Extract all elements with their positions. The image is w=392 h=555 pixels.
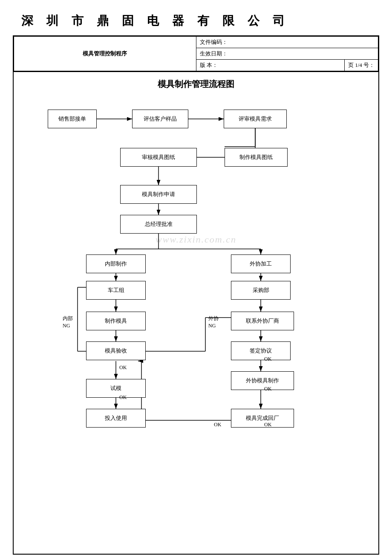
page-label: 页 1/4 号： bbox=[344, 60, 378, 71]
box-review-drawing: 审核模具图纸 bbox=[120, 148, 197, 167]
box-purchase: 采购部 bbox=[231, 281, 291, 300]
box-outsource-make: 外协模具制作 bbox=[231, 371, 294, 390]
label-internal-ng: 内部NG bbox=[63, 315, 73, 330]
box-contact-vendor: 联系外协厂商 bbox=[231, 312, 294, 330]
label-outsource-ng: 外协NG bbox=[208, 315, 219, 330]
box-put-in-use: 投入使用 bbox=[86, 409, 146, 428]
watermark: www.zixin.com.cn bbox=[156, 234, 236, 245]
box-internal-make: 内部制作 bbox=[86, 254, 146, 273]
box-make-mold: 制作模具 bbox=[86, 312, 146, 330]
label-ok-trial: OK bbox=[119, 394, 127, 401]
box-make-drawing: 制作模具图纸 bbox=[225, 148, 288, 167]
file-code-label: 文件编码： bbox=[196, 37, 378, 48]
flow-container: www.zixin.com.cn bbox=[22, 98, 370, 545]
box-return-factory: 模具完成回厂 bbox=[231, 409, 294, 428]
box-lathe: 车工组 bbox=[86, 281, 146, 300]
box-gm-approve: 总经理批准 bbox=[120, 215, 197, 234]
box-apply-make: 模具制作申请 bbox=[120, 185, 197, 204]
company-title: 深 圳 市 鼎 固 电 器 有 限 公 司 bbox=[13, 9, 379, 35]
box-mold-inspection: 模具验收 bbox=[86, 341, 146, 360]
version-label: 版 本： bbox=[196, 60, 344, 71]
box-sign-agreement: 签定协议 bbox=[231, 341, 291, 360]
effective-date-label: 生效日期： bbox=[196, 48, 378, 60]
box-outsource: 外协加工 bbox=[231, 254, 291, 273]
box-trial-mold: 试模 bbox=[86, 379, 146, 398]
box-sales: 销售部接单 bbox=[48, 110, 97, 128]
version-page-row: 版 本： 页 1/4 号： bbox=[196, 60, 378, 71]
flow-title: 模具制作管理流程图 bbox=[22, 78, 370, 90]
label-ok-agreement: OK bbox=[264, 356, 271, 362]
doc-title: 模具管理控制程序 bbox=[14, 37, 196, 71]
label-ok-return: OK bbox=[214, 422, 221, 428]
box-review-req: 评审模具需求 bbox=[224, 110, 287, 128]
box-evaluate: 评估客户样品 bbox=[132, 110, 188, 128]
label-ok-return2: OK bbox=[264, 422, 271, 428]
label-ok-inspection: OK bbox=[119, 364, 127, 371]
label-ok-outsource-make: OK bbox=[264, 386, 271, 392]
